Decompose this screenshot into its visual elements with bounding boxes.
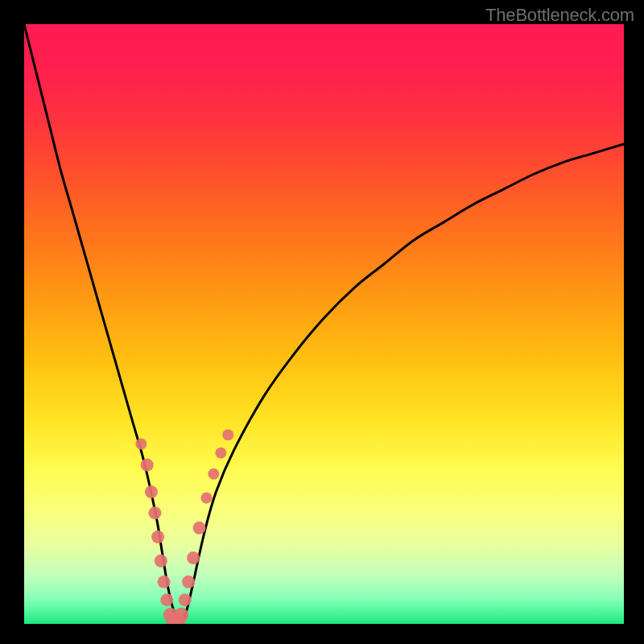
sample-point bbox=[208, 469, 219, 480]
sample-point bbox=[200, 493, 212, 504]
sample-point bbox=[222, 429, 233, 440]
sample-point bbox=[193, 522, 206, 535]
sample-point bbox=[141, 459, 154, 472]
sample-point bbox=[187, 551, 200, 564]
sample-point bbox=[160, 593, 173, 606]
curve-layer bbox=[24, 24, 624, 624]
plot-area bbox=[24, 24, 624, 624]
watermark-text: TheBottleneck.com bbox=[485, 5, 634, 26]
sample-point bbox=[135, 439, 147, 450]
sample-point bbox=[158, 576, 171, 588]
sample-point bbox=[151, 530, 164, 543]
sample-point bbox=[155, 555, 167, 568]
sample-point bbox=[182, 576, 195, 588]
sample-point bbox=[174, 608, 188, 622]
bottleneck-curve bbox=[24, 24, 624, 624]
sample-points bbox=[135, 429, 233, 624]
chart-frame: TheBottleneck.com bbox=[0, 0, 644, 644]
sample-point bbox=[179, 593, 192, 606]
sample-point bbox=[145, 485, 158, 498]
sample-point bbox=[148, 506, 161, 519]
sample-point bbox=[215, 448, 226, 459]
